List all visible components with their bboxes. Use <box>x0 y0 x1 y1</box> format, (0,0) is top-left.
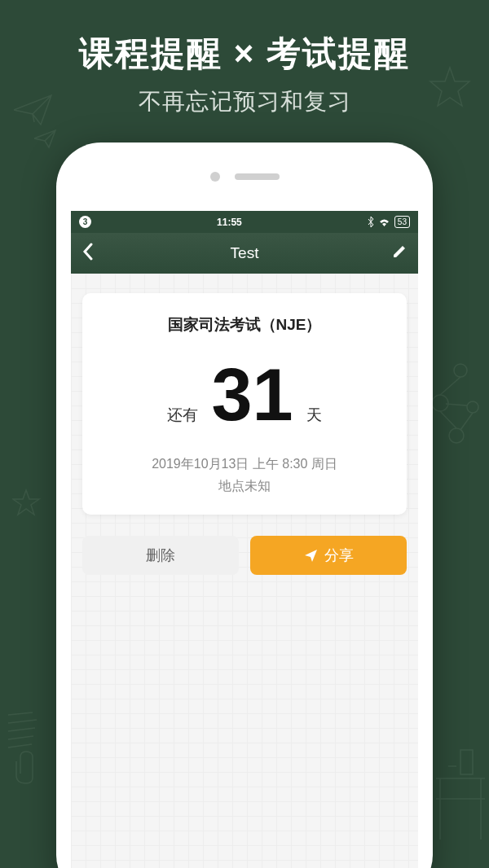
promo-title: 课程提醒 × 考试提醒 <box>0 0 489 77</box>
bluetooth-icon <box>368 217 374 227</box>
share-button-label: 分享 <box>324 546 354 565</box>
phone-speaker-icon <box>235 173 280 180</box>
battery-indicator: 53 <box>394 216 410 228</box>
countdown-card: 国家司法考试（NJE） 还有 31 天 2019年10月13日 上午 8:30 … <box>82 293 407 515</box>
delete-button-label: 删除 <box>146 546 175 565</box>
share-button[interactable]: 分享 <box>250 536 407 575</box>
content-area: 国家司法考试（NJE） 还有 31 天 2019年10月13日 上午 8:30 … <box>71 274 418 868</box>
svg-point-1 <box>432 395 448 411</box>
countdown-row: 还有 31 天 <box>97 358 392 432</box>
delete-button[interactable]: 删除 <box>82 536 239 575</box>
phone-screen: 3 11:55 53 Test 国家司法考试（NJE） <box>71 211 418 868</box>
countdown-number: 31 <box>211 358 293 432</box>
promo-subtitle: 不再忘记预习和复习 <box>0 86 489 117</box>
svg-point-0 <box>454 364 467 377</box>
exam-location: 地点未知 <box>97 478 392 495</box>
notification-badge: 3 <box>79 216 91 228</box>
exam-name: 国家司法考试（NJE） <box>97 314 392 335</box>
svg-point-3 <box>449 428 464 443</box>
wifi-icon <box>378 217 390 226</box>
svg-point-2 <box>467 401 478 413</box>
chevron-left-icon <box>82 243 93 261</box>
status-bar: 3 11:55 53 <box>71 211 418 233</box>
exam-datetime: 2019年10月13日 上午 8:30 周日 <box>97 456 392 473</box>
bg-lines-icon <box>4 708 41 753</box>
countdown-prefix: 还有 <box>167 405 198 426</box>
countdown-suffix: 天 <box>306 405 322 426</box>
back-button[interactable] <box>82 241 107 266</box>
bg-molecule-icon <box>428 358 489 448</box>
bg-paper-plane-small-icon <box>33 129 57 149</box>
bg-star-small-icon <box>12 489 41 517</box>
bg-star-icon <box>428 65 473 110</box>
navigation-bar: Test <box>71 233 418 274</box>
pencil-icon <box>392 244 407 259</box>
status-time: 11:55 <box>217 217 242 228</box>
bg-paperclip-icon <box>12 749 41 786</box>
action-buttons: 删除 分享 <box>82 536 407 575</box>
bg-desk-icon <box>432 746 489 844</box>
page-title: Test <box>231 244 259 262</box>
bg-paper-plane-icon <box>12 94 53 126</box>
phone-frame: 3 11:55 53 Test 国家司法考试（NJE） <box>56 142 433 868</box>
paper-plane-icon <box>304 549 318 563</box>
edit-button[interactable] <box>382 244 407 262</box>
phone-camera-icon <box>210 172 220 182</box>
phone-hardware-top <box>56 142 433 211</box>
